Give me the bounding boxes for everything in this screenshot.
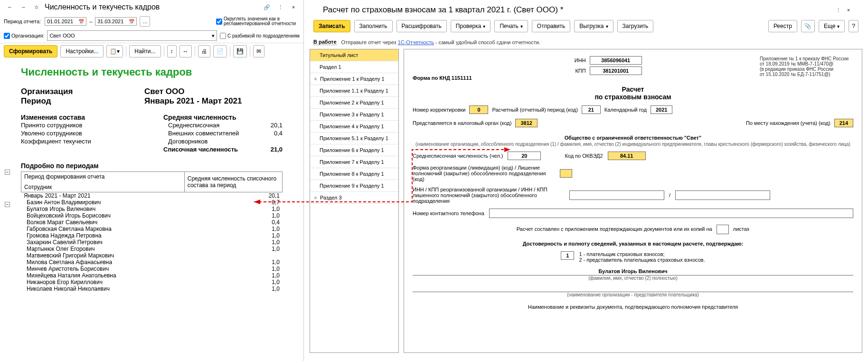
doc-label: Наименование и реквизиты документа, подт…: [413, 304, 853, 310]
nav-item[interactable]: Приложение 7 к Разделу 1: [310, 156, 398, 168]
year-value[interactable]: 2021: [651, 105, 672, 114]
org-hint: (наименование организации, обособленного…: [413, 142, 853, 147]
expand-icon[interactable]: ⊕: [314, 77, 317, 81]
nav-forward-icon[interactable]: →: [18, 2, 28, 12]
inn-value[interactable]: 3856096041: [590, 56, 642, 65]
table-row: Захаркин Савелий Петрович1,0: [21, 239, 283, 246]
paste-icon[interactable]: 📋▾: [106, 45, 123, 57]
place-value[interactable]: 214: [834, 119, 853, 127]
settings-button[interactable]: Настройки...: [60, 45, 104, 57]
nav-item[interactable]: Приложение 9 к Разделу 1: [310, 180, 398, 192]
period-code-value[interactable]: 21: [582, 105, 601, 114]
more-icon[interactable]: ⋮: [833, 5, 843, 15]
print-icon[interactable]: 🖨: [198, 45, 210, 57]
check-button[interactable]: Проверка: [451, 20, 491, 32]
changes-heading: Изменения состава: [21, 114, 163, 121]
org-checkbox[interactable]: Организация:: [4, 33, 44, 39]
status-link[interactable]: 1С-Отчетность: [398, 39, 434, 45]
table-row: Волков Марат Савельевич0,4: [21, 219, 283, 226]
corr-label: Номер корректировки: [413, 107, 465, 113]
send-button[interactable]: Отправить: [532, 20, 571, 32]
calendar-icon[interactable]: 📅: [129, 19, 134, 24]
mail-icon[interactable]: ✉: [253, 45, 264, 57]
reorg-label: Форма реорганизации (ликвидация) (код) /…: [413, 165, 555, 182]
pdf-icon[interactable]: 📄: [213, 45, 227, 57]
rep-org-line[interactable]: [413, 285, 853, 292]
year-label: Календарный год: [604, 107, 647, 113]
more-icon[interactable]: ⋮: [275, 2, 285, 12]
detail-heading: Подробно по периодам: [21, 162, 283, 170]
table-row: Милова Светлана Афанасьевна1,0: [21, 259, 283, 266]
more-button[interactable]: Еще: [819, 20, 845, 32]
avg-count-value[interactable]: 20: [508, 152, 541, 160]
expand-icon[interactable]: ⊕: [314, 196, 317, 200]
org-input[interactable]: Свет ООО▾: [47, 30, 217, 41]
nav-item[interactable]: ⊕Приложение 1 к Разделу 1: [310, 73, 398, 85]
nav-item[interactable]: Приложение 1.1 к Разделу 1: [310, 85, 398, 97]
nav-item[interactable]: Приложение 8 к Разделу 1: [310, 168, 398, 180]
link-icon[interactable]: 🔗: [262, 2, 272, 12]
period-picker-button[interactable]: …: [140, 16, 150, 27]
nav-item[interactable]: ⊕Раздел 3: [310, 192, 398, 204]
calendar-icon[interactable]: 📅: [78, 19, 84, 24]
collapse-toggle[interactable]: −: [5, 170, 10, 175]
decode-button[interactable]: Расшифровать: [396, 20, 447, 32]
corr-value[interactable]: 0: [469, 105, 488, 114]
knd-label: Форма по КНД 1151111: [413, 75, 472, 81]
okved-value[interactable]: 84.11: [608, 152, 646, 160]
table-row: Мартынюк Олег Егорович1,0: [21, 246, 283, 252]
org-value: Свет ООО: [144, 87, 184, 96]
tax-value[interactable]: 3812: [515, 119, 537, 127]
signer-type-value[interactable]: 1: [561, 251, 574, 260]
print-button[interactable]: Печать: [494, 20, 528, 32]
help-icon[interactable]: ?: [849, 20, 859, 32]
chevron-down-icon[interactable]: ▾: [212, 33, 215, 39]
write-button[interactable]: Записать: [313, 20, 350, 32]
form-title-1: Расчет: [413, 86, 853, 93]
phone-input[interactable]: [489, 209, 853, 218]
kpp-value[interactable]: 381201001: [590, 66, 642, 75]
fill-button[interactable]: Заполнить: [354, 20, 393, 32]
app-note: Приложение № 1 к приказу ФНС России от 1…: [760, 56, 849, 77]
close-icon[interactable]: ×: [288, 2, 299, 12]
nav-back-icon[interactable]: ←: [5, 2, 15, 12]
table-row: Войцеховский Игорь Борисович1,0: [21, 212, 283, 219]
nav-item[interactable]: Приложение 5.1 к Разделу 1: [310, 133, 398, 144]
pages-note: Расчет составлен с приложением подтвержд…: [413, 225, 853, 234]
nav-item[interactable]: Раздел 1: [310, 61, 398, 73]
find-button[interactable]: Найти...: [129, 45, 160, 57]
table-row: Никаноров Егор Кириллович1,0: [21, 279, 283, 285]
rep-hint: (фамилия, имя, отчество (2) полностью): [413, 276, 853, 281]
expand-icon[interactable]: ↕: [167, 45, 177, 57]
phone-label: Номер контактного телефона: [413, 210, 484, 216]
breakdown-checkbox[interactable]: С разбивкой по подразделениям: [220, 33, 300, 39]
round-checkbox[interactable]: Округлять значения как в регламентирован…: [216, 17, 300, 26]
nav-item[interactable]: Титульный лист: [310, 49, 398, 61]
reorg-code[interactable]: [560, 169, 572, 178]
save-icon[interactable]: 💾: [233, 45, 247, 57]
table-row: Михейцева Наталия Анатольевна1,0: [21, 272, 283, 279]
close-icon[interactable]: ×: [843, 5, 854, 15]
inn-label: ИНН: [567, 57, 586, 63]
status-badge[interactable]: В работе: [313, 39, 337, 45]
nav-item[interactable]: Приложение 2 к Разделу 1: [310, 97, 398, 109]
form-button[interactable]: Сформировать: [4, 45, 57, 57]
avg-count-label: Среднесписочная численность (чел.): [413, 153, 503, 159]
date-from-input[interactable]: 01.01.2021📅: [45, 17, 86, 26]
upload-button[interactable]: Выгрузка: [574, 20, 613, 32]
star-icon[interactable]: ☆: [31, 2, 42, 12]
collapse-icon[interactable]: ↔: [179, 45, 192, 57]
nav-item[interactable]: Приложение 6 к Разделу 1: [310, 144, 398, 156]
pages-input[interactable]: [717, 225, 729, 234]
reorg-kpp-input[interactable]: [675, 190, 770, 200]
section-nav[interactable]: Титульный листРаздел 1⊕Приложение 1 к Ра…: [310, 49, 399, 353]
nav-item[interactable]: Приложение 3 к Разделу 1: [310, 109, 398, 121]
attach-icon[interactable]: 📎: [801, 20, 815, 32]
collapse-toggle[interactable]: −: [5, 202, 10, 207]
registry-button[interactable]: Реестр: [768, 20, 797, 32]
reorg-inn-input[interactable]: [569, 190, 664, 200]
date-to-input[interactable]: 31.03.2021📅: [95, 17, 137, 26]
employee-list: Январь 2021 - Март 202120,1 Базин Антон …: [21, 192, 283, 292]
load-button[interactable]: Загрузить: [617, 20, 654, 32]
nav-item[interactable]: Приложение 4 к Разделу 1: [310, 121, 398, 133]
